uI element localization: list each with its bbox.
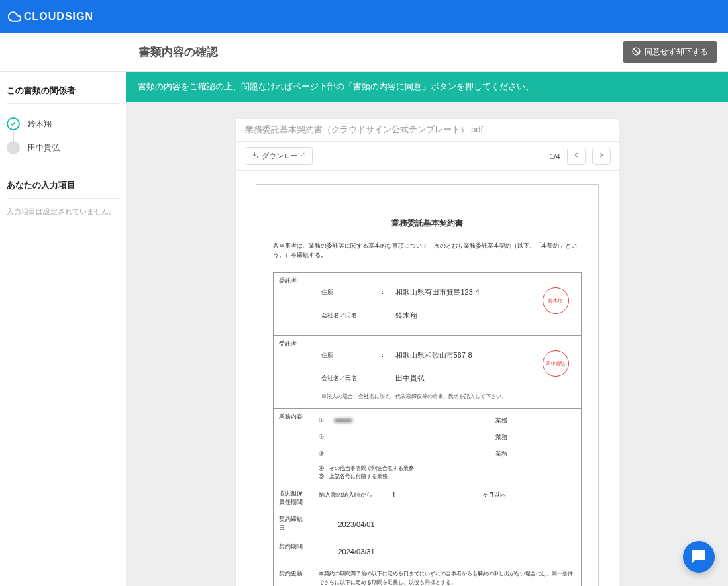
field-value: 和歌山県有田市箕島123-4 — [395, 287, 480, 297]
work-name: ■■■■■ — [335, 417, 421, 424]
pending-icon — [7, 141, 20, 154]
page-title: 書類内容の確認 — [139, 44, 218, 60]
download-button[interactable]: ダウンロード — [244, 147, 313, 165]
row-label: 委託者 — [273, 272, 313, 335]
page-indicator: 1/4 — [550, 152, 560, 160]
chevron-left-icon — [572, 151, 580, 161]
row-label: 受託者 — [273, 335, 313, 408]
field-label: ヶ月以内 — [482, 491, 506, 499]
pager: 1/4 — [550, 148, 610, 165]
work-type: 業務 — [427, 433, 576, 442]
row-label: 契約締結日 — [273, 511, 313, 538]
row-label: 瑕疵担保責任期間 — [273, 485, 313, 511]
field-value: 2024/03/31 — [319, 542, 576, 561]
field-value: 和歌山県和歌山市567-8 — [395, 350, 472, 360]
document-viewer: 業務委託基本契約書（クラウドサイン公式テンプレート）.pdf ダウンロード 1/… — [235, 118, 619, 586]
contract-table: 委託者 住所 ： 和歌山県有田市箕島123-4 — [273, 272, 582, 586]
row-label: 契約期間 — [273, 538, 313, 565]
field-label: 住所 — [321, 288, 368, 297]
field-label: 会社名／氏名： — [321, 374, 368, 383]
inputs-section: あなたの入力項目 入力項目は設定されていません。 — [7, 179, 119, 217]
parties-section: この書類の関係者 鈴木翔 田中貴弘 — [7, 85, 119, 160]
work-num: ① — [319, 417, 328, 424]
chat-icon — [691, 548, 707, 566]
download-icon — [251, 152, 258, 160]
check-icon — [7, 117, 20, 130]
prev-page-button[interactable] — [567, 148, 586, 165]
work-num: ③ — [319, 450, 328, 457]
contract-intro: 各当事者は、業務の委託等に関する基本的な事項について、次のとおり業務委託基本契約… — [273, 241, 582, 260]
subheader: 書類内容の確認 同意せず却下する — [0, 33, 728, 72]
download-label: ダウンロード — [262, 151, 305, 161]
chat-button[interactable] — [683, 541, 715, 573]
sidebar: この書類の関係者 鈴木翔 田中貴弘 あなたの入力項目 入力項目は設定されていませ… — [0, 72, 126, 586]
cloud-icon — [8, 10, 21, 23]
field-value: 1 — [392, 491, 396, 499]
app-header: CLOUDSIGN — [0, 0, 728, 33]
main-content: 書類の内容をご確認の上、問題なければページ下部の「書類の内容に同意」ボタンを押し… — [126, 72, 728, 586]
field-label: 納入物の納入時から — [319, 491, 372, 499]
field-value: 田中貴弘 — [395, 373, 425, 383]
inputs-note: 入力項目は設定されていません。 — [7, 207, 119, 217]
stamp-seal: 田中貴弘 — [543, 350, 569, 377]
field-label: 住所 — [321, 351, 368, 360]
instruction-banner: 書類の内容をご確認の上、問題なければページ下部の「書類の内容に同意」ボタンを押し… — [126, 72, 728, 102]
party-name: 鈴木翔 — [28, 119, 52, 130]
party-item: 田中貴弘 — [7, 136, 119, 160]
work-note: ④ その他当事者間で別途合意する業務 — [319, 465, 576, 473]
next-page-button[interactable] — [592, 148, 611, 165]
reject-button[interactable]: 同意せず却下する — [623, 41, 717, 63]
document-filename: 業務委託基本契約書（クラウドサイン公式テンプレート）.pdf — [235, 118, 619, 141]
brand-text: CLOUDSIGN — [24, 11, 93, 23]
field-value: 2023/04/01 — [319, 515, 576, 534]
renewal-text: 本契約の期間満了前の以下に定める日までにいずれの当事者からも解約の申し出がない場… — [319, 569, 576, 586]
svg-line-1 — [634, 48, 639, 54]
stamp-seal: 鈴木翔 — [543, 287, 569, 314]
field-value: 鈴木翔 — [395, 311, 417, 320]
document-toolbar: ダウンロード 1/4 — [235, 141, 619, 171]
prohibit-icon — [632, 47, 641, 58]
work-type: 業務 — [427, 450, 576, 458]
inputs-title: あなたの入力項目 — [7, 179, 119, 199]
party-name: 田中貴弘 — [28, 142, 60, 154]
row-label: 契約更新 — [273, 565, 313, 586]
parties-title: この書類の関係者 — [7, 85, 119, 104]
party-item: 鈴木翔 — [7, 112, 119, 136]
corp-note: ※法人の場合、会社名に加え、代表取締役等の肩書、氏名を記入して下さい。 — [321, 390, 573, 400]
work-num: ② — [319, 434, 328, 440]
work-type: 業務 — [427, 416, 576, 425]
work-note: ⑤ 上記各号に付随する業務 — [319, 473, 576, 481]
field-label: 会社名／氏名： — [321, 311, 368, 320]
contract-title: 業務委託基本契約書 — [273, 218, 582, 229]
row-label: 業務内容 — [273, 408, 313, 485]
brand-logo[interactable]: CLOUDSIGN — [8, 10, 93, 23]
chevron-right-icon — [598, 151, 605, 161]
document-page: 業務委託基本契約書 各当事者は、業務の委託等に関する基本的な事項について、次のと… — [256, 184, 599, 586]
reject-label: 同意せず却下する — [645, 46, 708, 58]
